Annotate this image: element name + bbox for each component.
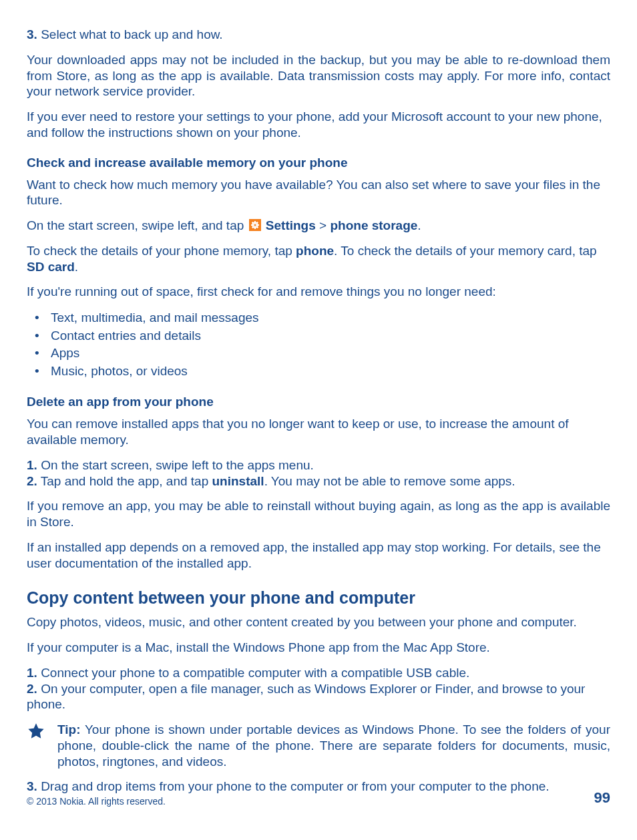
heading-check-memory: Check and increase available memory on y… xyxy=(27,156,610,170)
dependency-note: If an installed app depends on a removed… xyxy=(27,540,610,572)
mac-note: If your computer is a Mac, install the W… xyxy=(27,640,610,656)
memory-intro: Want to check how much memory you have a… xyxy=(27,177,610,209)
step-1: 1. Connect your phone to a compatible co… xyxy=(27,665,610,681)
step-text: Connect your phone to a compatible compu… xyxy=(37,666,469,680)
step-2: 2. On your computer, open a file manager… xyxy=(27,681,610,713)
text-pre: On the start screen, swipe left, and tap xyxy=(27,218,248,232)
step-1: 1. On the start screen, swipe left to th… xyxy=(27,457,610,473)
tip-body: Your phone is shown under portable devic… xyxy=(57,722,610,769)
tip-label: Tip: xyxy=(57,722,80,737)
uninstall-label: uninstall xyxy=(212,474,264,488)
step-number: 3. xyxy=(27,27,37,41)
heading-copy-content: Copy content between your phone and comp… xyxy=(27,588,610,608)
phone-label: phone xyxy=(296,244,334,258)
backup-note: Your downloaded apps may not be included… xyxy=(27,52,610,99)
list-item: Contact entries and details xyxy=(51,327,610,345)
text-mid: . To check the details of your memory ca… xyxy=(334,244,597,258)
period: . xyxy=(75,260,78,274)
document-page: 3. Select what to back up and how. Your … xyxy=(0,0,637,827)
delete-intro: You can remove installed apps that you n… xyxy=(27,416,610,448)
restore-note: If you ever need to restore your setting… xyxy=(27,109,610,141)
step-text: Select what to back up and how. xyxy=(37,27,223,41)
star-icon xyxy=(27,722,57,741)
step-text-post: . You may not be able to remove some app… xyxy=(264,474,515,488)
page-number: 99 xyxy=(594,789,610,807)
start-screen-instruction: On the start screen, swipe left, and tap… xyxy=(27,218,610,234)
list-item: Music, photos, or videos xyxy=(51,363,610,381)
copyright-text: © 2013 Nokia. All rights reserved. xyxy=(27,796,166,807)
step-text: On your computer, open a file manager, s… xyxy=(27,682,585,712)
list-item: Text, multimedia, and mail messages xyxy=(51,309,610,327)
text-pre: To check the details of your phone memor… xyxy=(27,244,296,258)
breadcrumb-sep: > xyxy=(316,218,331,232)
sd-card-label: SD card xyxy=(27,260,75,274)
step-number: 2. xyxy=(27,474,37,488)
tip-text: Tip: Your phone is shown under portable … xyxy=(57,722,610,769)
step-text-pre: Tap and hold the app, and tap xyxy=(37,474,212,488)
copy-steps: 1. Connect your phone to a compatible co… xyxy=(27,665,610,712)
heading-delete-app: Delete an app from your phone xyxy=(27,395,610,409)
phone-storage-label: phone storage xyxy=(330,218,417,232)
page-footer: © 2013 Nokia. All rights reserved. 99 xyxy=(27,789,610,807)
step-number: 1. xyxy=(27,458,37,472)
step-text: On the start screen, swipe left to the a… xyxy=(37,458,314,472)
delete-steps: 1. On the start screen, swipe left to th… xyxy=(27,457,610,489)
step-number: 2. xyxy=(27,682,37,696)
step-2: 2. Tap and hold the app, and tap uninsta… xyxy=(27,473,610,489)
running-out: If you're running out of space, first ch… xyxy=(27,284,610,300)
step-3-select: 3. Select what to back up and how. xyxy=(27,27,610,43)
tip-block: Tip: Your phone is shown under portable … xyxy=(27,722,610,769)
copy-intro: Copy photos, videos, music, and other co… xyxy=(27,614,610,630)
check-details: To check the details of your phone memor… xyxy=(27,243,610,275)
list-item: Apps xyxy=(51,345,610,363)
period: . xyxy=(417,218,421,232)
settings-label: Settings xyxy=(262,218,316,232)
step-number: 1. xyxy=(27,666,37,680)
cleanup-list: Text, multimedia, and mail messages Cont… xyxy=(27,309,610,380)
settings-icon xyxy=(249,219,261,231)
reinstall-note: If you remove an app, you may be able to… xyxy=(27,498,610,530)
